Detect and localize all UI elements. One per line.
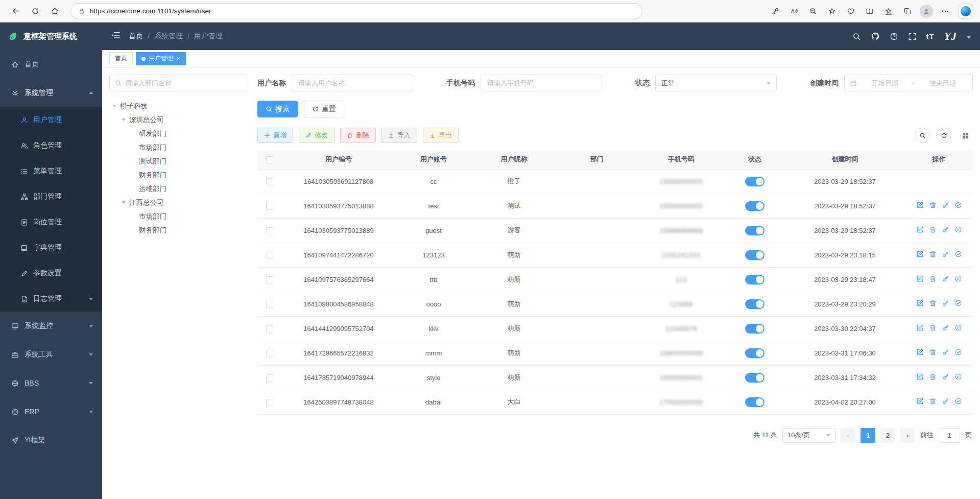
sidebar-toggle[interactable] — [111, 31, 121, 42]
date-range-picker[interactable]: 开始日期 - 结束日期 — [844, 75, 973, 91]
browser-more-icon[interactable] — [937, 3, 954, 19]
row-edit-button[interactable] — [916, 275, 924, 282]
favorites-bar-icon[interactable] — [880, 3, 897, 19]
row-delete-button[interactable] — [929, 373, 937, 381]
row-checkbox[interactable] — [266, 178, 273, 185]
status-toggle[interactable] — [745, 177, 764, 186]
tree-node[interactable]: 市场部门 — [109, 140, 247, 154]
sidebar-item-bbs[interactable]: BBS — [0, 369, 102, 397]
row-checkbox[interactable] — [266, 301, 273, 308]
tree-node[interactable]: 运维部门 — [109, 182, 247, 196]
caret-down-icon[interactable] — [122, 118, 126, 121]
sidebar-item-erp[interactable]: ERP — [0, 397, 102, 426]
row-delete-button[interactable] — [929, 397, 937, 405]
row-delete-button[interactable] — [929, 299, 937, 307]
toggle-search-button[interactable] — [915, 128, 930, 143]
sidebar-item-role-mgmt[interactable]: 角色管理 — [0, 133, 102, 158]
status-toggle[interactable] — [745, 201, 764, 211]
reset-button[interactable]: 重置 — [304, 101, 344, 117]
row-assign-role-button[interactable] — [954, 201, 962, 209]
caret-down-icon[interactable] — [112, 105, 116, 107]
row-assign-role-button[interactable] — [954, 299, 962, 307]
tree-node[interactable]: 测试部门 — [109, 154, 247, 168]
row-assign-role-button[interactable] — [954, 324, 962, 331]
row-checkbox[interactable] — [266, 325, 273, 332]
status-toggle[interactable] — [745, 250, 764, 260]
status-toggle[interactable] — [745, 275, 764, 284]
row-checkbox[interactable] — [266, 350, 273, 357]
breadcrumb-item-system[interactable]: 系统管理 — [154, 32, 183, 41]
tree-node[interactable]: 橙子科技 — [109, 99, 247, 113]
row-assign-role-button[interactable] — [954, 348, 962, 356]
status-select[interactable]: 正常 — [655, 75, 777, 91]
row-checkbox[interactable] — [266, 276, 273, 283]
sidebar-item-log-mgmt[interactable]: 日志管理 — [0, 286, 102, 312]
import-button[interactable]: 导入 — [381, 128, 417, 143]
row-delete-button[interactable] — [929, 348, 937, 356]
next-page-button[interactable]: › — [900, 428, 915, 443]
row-reset-password-button[interactable] — [942, 299, 949, 307]
column-settings-button[interactable] — [958, 128, 973, 143]
tab-home[interactable]: 首页 — [109, 52, 133, 65]
status-toggle[interactable] — [745, 397, 764, 407]
user-dropdown-caret-icon[interactable] — [967, 36, 971, 41]
status-toggle[interactable] — [745, 299, 764, 309]
row-reset-password-button[interactable] — [942, 324, 949, 331]
row-reset-password-button[interactable] — [942, 348, 949, 356]
row-reset-password-button[interactable] — [942, 275, 949, 282]
row-assign-role-button[interactable] — [954, 397, 962, 405]
row-edit-button[interactable] — [916, 324, 924, 331]
row-reset-password-button[interactable] — [942, 201, 949, 209]
row-checkbox[interactable] — [266, 203, 273, 210]
browser-back-button[interactable] — [7, 3, 25, 19]
search-button[interactable]: 搜索 — [257, 101, 298, 117]
collections-icon[interactable] — [899, 3, 916, 19]
favorites-icon[interactable] — [823, 3, 841, 19]
row-edit-button[interactable] — [916, 226, 924, 233]
username-input[interactable] — [292, 75, 413, 91]
sidebar-item-dept-mgmt[interactable]: 部门管理 — [0, 184, 102, 209]
add-button[interactable]: 新增 — [257, 128, 293, 143]
address-bar[interactable]: https://ccnetcore.com:1101/system/user — [70, 3, 642, 19]
row-reset-password-button[interactable] — [942, 373, 949, 381]
row-reset-password-button[interactable] — [942, 250, 949, 258]
fullscreen-icon[interactable] — [908, 32, 917, 41]
row-checkbox[interactable] — [266, 227, 273, 234]
prev-page-button[interactable]: ‹ — [841, 428, 855, 443]
github-icon[interactable] — [871, 32, 880, 41]
page-button-2[interactable]: 2 — [880, 428, 895, 443]
user-logo[interactable]: YJ — [944, 30, 957, 43]
goto-input[interactable] — [939, 428, 960, 443]
docs-question-icon[interactable] — [890, 32, 898, 41]
row-edit-button[interactable] — [916, 201, 924, 209]
row-checkbox[interactable] — [266, 252, 273, 259]
page-size-select[interactable]: 10条/页 — [782, 428, 835, 443]
zoom-icon[interactable] — [804, 3, 822, 19]
font-size-icon[interactable]: tT — [926, 32, 935, 41]
tree-node[interactable]: 财务部门 — [109, 168, 247, 182]
status-toggle[interactable] — [745, 226, 764, 235]
close-icon[interactable]: × — [176, 55, 180, 62]
caret-down-icon[interactable] — [122, 201, 126, 204]
tree-node[interactable]: 江西总公司 — [109, 196, 247, 209]
row-assign-role-button[interactable] — [954, 275, 962, 282]
row-assign-role-button[interactable] — [954, 226, 962, 233]
sidebar-item-system[interactable]: 系统管理 — [0, 79, 102, 107]
phone-input[interactable] — [481, 75, 602, 91]
header-search-icon[interactable] — [852, 32, 861, 41]
status-toggle[interactable] — [745, 324, 764, 334]
read-aloud-icon[interactable]: A — [785, 3, 803, 19]
sidebar-item-menu-mgmt[interactable]: 菜单管理 — [0, 158, 102, 184]
sidebar-item-home[interactable]: 首页 — [0, 50, 102, 79]
browser-essentials-icon[interactable] — [842, 3, 859, 19]
sidebar-item-user-mgmt[interactable]: 用户管理 — [0, 107, 102, 133]
row-reset-password-button[interactable] — [942, 397, 949, 405]
row-assign-role-button[interactable] — [954, 250, 962, 258]
sidebar-item-monitor[interactable]: 系统监控 — [0, 312, 102, 340]
copilot-bing-icon[interactable] — [959, 4, 973, 18]
status-toggle[interactable] — [745, 348, 764, 358]
row-delete-button[interactable] — [929, 275, 937, 282]
profile-avatar[interactable] — [918, 3, 935, 19]
split-screen-icon[interactable] — [861, 3, 878, 19]
row-checkbox[interactable] — [266, 374, 273, 382]
